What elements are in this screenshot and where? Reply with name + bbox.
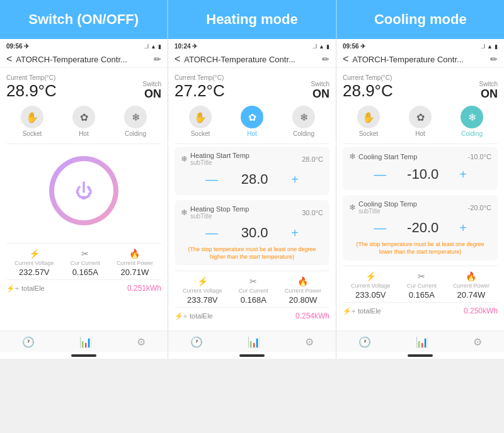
section-divider: [343, 143, 498, 144]
stat-icon-0: ⚡: [197, 276, 208, 286]
stat-item-0: ⚡ Current Voltage 232.57V: [14, 249, 54, 277]
setting-title-1: Heating Stop Temp: [190, 205, 249, 213]
mode-icon-circle-1: ✿: [241, 106, 263, 128]
mode-icon-label-2: Colding: [293, 130, 314, 137]
mode-icon-label-1: Hot: [415, 130, 425, 137]
bottom-nav-icon-0: 🕐: [22, 336, 35, 348]
status-time: 10:24 ✈: [175, 43, 197, 50]
plus-button-1[interactable]: +: [286, 226, 304, 240]
total-icon: ⚡÷: [175, 312, 187, 320]
setting-title-group: ❄ Heating Start Temp subTitle: [181, 152, 249, 166]
stat-label-2: Current Power: [285, 288, 321, 294]
mode-icon-1[interactable]: ✿ Hot: [72, 106, 95, 137]
stat-item-0: ⚡ Current Voltage 233.05V: [351, 271, 391, 300]
setting-row-0: ❄ Cooling Start Temp -10.0°C — -10.0 +: [343, 147, 498, 190]
back-button[interactable]: <: [343, 53, 348, 65]
minus-button-1[interactable]: —: [200, 226, 223, 240]
total-label: totalEle: [358, 307, 381, 315]
total-value: 0.254kWh: [295, 312, 329, 320]
stat-item-2: 🔥 Current Power 20.71W: [117, 249, 153, 277]
setting-icon-0: ❄: [181, 154, 188, 164]
mode-icon-2[interactable]: ❄ Colding: [461, 106, 483, 137]
mode-icon-2[interactable]: ❄ Colding: [124, 106, 147, 137]
mode-icon-1[interactable]: ✿ Hot: [409, 106, 432, 137]
setting-subtitle-1: subTitle: [190, 213, 249, 220]
total-icon: ⚡÷: [6, 284, 19, 293]
plus-button-1[interactable]: +: [454, 221, 472, 235]
bottom-nav-settings[interactable]: ⚙: [473, 336, 482, 348]
temp-section: Current Temp(°C) 28.9°C: [6, 74, 57, 101]
stat-value-2: 20.71W: [120, 267, 149, 277]
plus-button-0[interactable]: +: [286, 172, 304, 187]
plus-button-0[interactable]: +: [454, 167, 472, 182]
setting-value-display-1: 30.0°C: [302, 209, 323, 216]
setting-subtitle-0: subTitle: [190, 159, 249, 166]
mode-icon-circle-2: ❄: [461, 106, 483, 128]
bottom-nav-icon-2: ⚙: [305, 336, 314, 348]
mode-icon-label-2: Colding: [461, 130, 483, 137]
stat-icon-1: ✂: [249, 276, 257, 286]
minus-button-1[interactable]: —: [369, 221, 391, 235]
setting-control-0: — 28.0 +: [181, 169, 323, 190]
nav-title: ATORCH-Temperature Contr...: [16, 55, 154, 64]
status-icons: ..l ▲ ▮: [481, 43, 498, 50]
temp-label: Current Temp(°C): [175, 74, 225, 81]
nav-bar: < ATORCH-Temperature Contr... ✏: [0, 51, 168, 68]
setting-control-0: — -10.0 +: [349, 164, 491, 185]
stat-value-1: 0.168A: [241, 295, 266, 305]
switch-label: Switch: [143, 81, 161, 87]
switch-section: Switch ON: [311, 81, 329, 101]
bottom-nav-settings[interactable]: ⚙: [137, 336, 146, 348]
stat-item-1: ✂ Cur Current 0.165A: [71, 249, 100, 277]
bottom-nav-icon-1: 📊: [79, 336, 92, 348]
stat-value-0: 232.57V: [19, 267, 49, 277]
stat-value-2: 20.80W: [289, 295, 317, 305]
power-ring[interactable]: ⏻: [49, 156, 118, 225]
mode-icon-circle-0: ✋: [189, 106, 212, 128]
bottom-nav-chart[interactable]: 📊: [416, 336, 428, 348]
edit-button[interactable]: ✏: [154, 54, 161, 64]
mode-icon-1[interactable]: ✿ Hot: [241, 106, 263, 137]
bottom-nav-settings[interactable]: ⚙: [305, 336, 314, 348]
header-cell-0: Switch (ON/OFF): [0, 0, 168, 39]
bottom-nav-clock[interactable]: 🕐: [358, 336, 371, 348]
edit-button[interactable]: ✏: [490, 54, 498, 64]
bottom-nav-icon-2: ⚙: [137, 336, 146, 348]
stats-row: ⚡ Current Voltage 233.78V ✂ Cur Current …: [175, 271, 329, 307]
setting-subtitle-1: subTitle: [358, 208, 417, 215]
stats-row: ⚡ Current Voltage 232.57V ✂ Cur Current …: [6, 243, 161, 279]
stat-item-2: 🔥 Current Power 20.74W: [453, 271, 490, 300]
ctrl-value-1: 30.0: [236, 225, 273, 241]
status-icons: ..l ▲ ▮: [144, 43, 161, 50]
setting-row-1: ❄ Heating Stop Temp subTitle 30.0°C — 30…: [175, 200, 329, 266]
phone-content: Current Temp(°C) 27.2°C Switch ON ✋ Sock…: [168, 68, 336, 330]
mode-icon-2[interactable]: ❄ Colding: [292, 106, 315, 137]
bottom-nav-chart[interactable]: 📊: [79, 336, 92, 348]
phone-content: Current Temp(°C) 28.9°C Switch ON ✋ Sock…: [336, 68, 504, 330]
power-ring-container[interactable]: ⏻: [6, 147, 161, 238]
setting-value-display-0: 28.0°C: [302, 155, 323, 163]
total-label: totalEle: [190, 312, 213, 320]
temp-value: 27.2°C: [175, 81, 225, 101]
edit-button[interactable]: ✏: [322, 54, 329, 64]
mode-icon-0[interactable]: ✋ Socket: [189, 106, 212, 137]
back-button[interactable]: <: [6, 53, 12, 65]
minus-button-0[interactable]: —: [369, 167, 391, 182]
bottom-nav-clock[interactable]: 🕐: [22, 336, 35, 348]
mode-icon-0[interactable]: ✋ Socket: [357, 106, 380, 137]
total-row: ⚡÷ totalEle 0.254kWh: [175, 307, 329, 324]
ctrl-value-1: -20.0: [404, 220, 442, 236]
back-button[interactable]: <: [175, 53, 180, 65]
bottom-nav-chart[interactable]: 📊: [248, 336, 260, 348]
bottom-nav-icon-1: 📊: [416, 336, 428, 348]
stat-label-2: Current Power: [117, 260, 153, 266]
mode-icon-0[interactable]: ✋ Socket: [21, 106, 43, 137]
mode-icon-circle-0: ✋: [21, 106, 43, 128]
mode-icon-circle-2: ❄: [292, 106, 315, 128]
bottom-nav-clock[interactable]: 🕐: [190, 336, 203, 348]
status-time: 09:56 ✈: [343, 43, 365, 50]
minus-button-0[interactable]: —: [200, 172, 223, 187]
bottom-nav: 🕐📊⚙: [168, 330, 336, 352]
warning-text-1: (The stop temperature must be at least o…: [349, 241, 491, 256]
total-icon: ⚡÷: [343, 307, 355, 315]
